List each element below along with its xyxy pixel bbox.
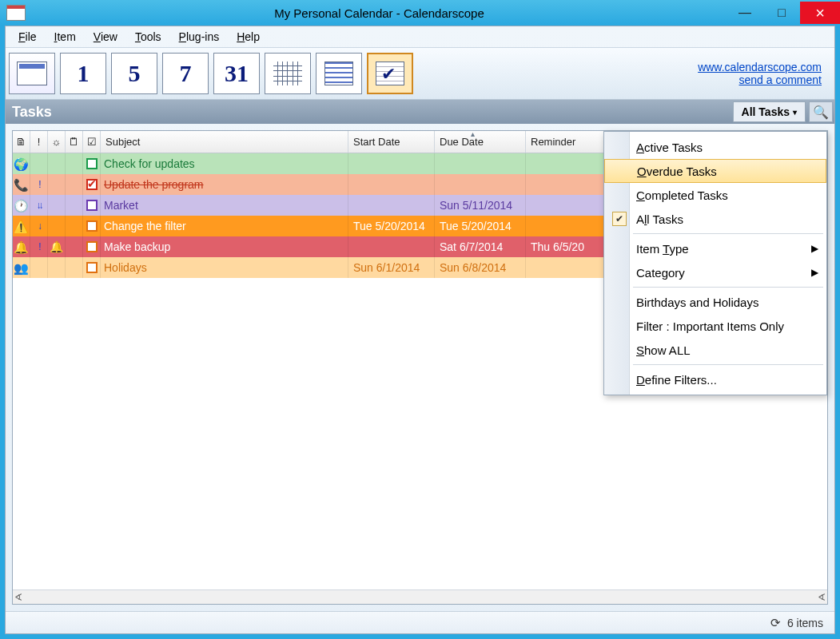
filter-show-all[interactable]: Show ALL [604, 338, 826, 362]
row-note-icon [66, 174, 83, 195]
filter-define[interactable]: Define Filters... [604, 367, 826, 391]
app-icon [6, 5, 26, 21]
row-alarm-icon [48, 195, 66, 216]
toolbar-tasks-button[interactable] [367, 53, 413, 94]
tasks-header: Tasks All Tasks▾ 🔍 [6, 100, 834, 124]
row-note-icon [66, 195, 83, 216]
toolbar-agenda-button[interactable] [316, 53, 362, 94]
row-priority-icon: ↓ [30, 216, 48, 236]
row-due-date [435, 174, 526, 195]
row-start-date: Sun 6/1/2014 [348, 257, 435, 278]
client-area: File Item View Tools Plug-ins Help 1 5 7… [5, 26, 835, 634]
filter-item-type[interactable]: Item Type▶ [604, 236, 826, 260]
row-start-date [348, 195, 435, 216]
filter-active-tasks[interactable]: Active Tasks [604, 135, 826, 159]
filter-completed-tasks[interactable]: Completed Tasks [604, 183, 826, 207]
col-due[interactable]: Due Date [435, 131, 526, 153]
menu-item[interactable]: Item [46, 29, 84, 45]
row-subject: Change the filter [101, 216, 348, 236]
minimize-button[interactable]: — [727, 2, 763, 24]
menu-view[interactable]: View [86, 29, 125, 45]
toolbar-year-button[interactable] [265, 53, 311, 94]
row-due-date: Sun 6/8/2014 [435, 257, 526, 278]
toolbar: 1 5 7 31 www.calendarscope.com send a co… [6, 47, 834, 100]
row-note-icon [66, 236, 83, 257]
refresh-icon[interactable]: ⟳ [770, 616, 781, 630]
toolbar-day-button[interactable]: 1 [60, 53, 106, 94]
status-count: 6 items [787, 617, 823, 629]
link-website[interactable]: www.calendarscope.com [698, 61, 822, 73]
find-button[interactable]: 🔍 [809, 101, 833, 122]
menu-help[interactable]: Help [229, 29, 268, 45]
row-start-date [348, 174, 435, 195]
row-due-date: Sat 6/7/2014 [435, 236, 526, 257]
row-priority-icon: ↓↓ [30, 195, 48, 216]
row-subject: Check for updates [101, 153, 348, 174]
row-alarm-icon [48, 216, 66, 236]
row-type-icon: ⚠️ [13, 216, 30, 236]
col-note[interactable]: 🗒 [66, 131, 83, 153]
menubar: File Item View Tools Plug-ins Help [6, 26, 834, 47]
app-window: My Personal Calendar - Calendarscope — □… [0, 0, 840, 639]
link-comment[interactable]: send a comment [698, 73, 822, 86]
tasks-grid: 🗎 ! ☼ 🗒 ☑ Subject Start Date Due Date Re… [12, 130, 828, 605]
status-bar: ⟳ 6 items [6, 611, 834, 633]
filter-dropdown-menu: Active Tasks Overdue Tasks Completed Tas… [603, 131, 827, 395]
toolbar-month-button[interactable]: 31 [213, 53, 260, 94]
toolbar-links: www.calendarscope.com send a comment [698, 61, 831, 86]
filter-important[interactable]: Filter : Important Items Only [604, 314, 826, 338]
maximize-button[interactable]: □ [763, 2, 800, 24]
filter-category[interactable]: Category▶ [604, 260, 826, 284]
filter-dropdown-button[interactable]: All Tasks▾ [733, 101, 806, 122]
row-type-icon: 👥 [13, 257, 30, 278]
row-checkbox[interactable] [83, 153, 101, 174]
row-type-icon: 📞 [13, 174, 30, 195]
row-checkbox[interactable] [83, 174, 101, 195]
menu-plugins[interactable]: Plug-ins [171, 29, 228, 45]
row-priority-icon [30, 153, 48, 174]
row-alarm-icon [48, 174, 66, 195]
row-priority-icon: ! [30, 236, 48, 257]
col-priority[interactable]: ! [30, 131, 48, 153]
row-alarm-icon [48, 153, 66, 174]
row-alarm-icon [48, 257, 66, 278]
row-subject: Make backup [101, 236, 348, 257]
row-type-icon: 🌍 [13, 153, 30, 174]
menu-tools[interactable]: Tools [127, 29, 169, 45]
row-checkbox[interactable] [83, 195, 101, 216]
row-start-date: Tue 5/20/2014 [348, 216, 435, 236]
menu-file[interactable]: File [10, 29, 45, 45]
row-subject: Update the program [101, 174, 348, 195]
row-subject: Market [101, 195, 348, 216]
row-type-icon: 🕐 [13, 195, 30, 216]
filter-all-tasks[interactable]: ✔All Tasks [604, 207, 826, 231]
col-start[interactable]: Start Date [348, 131, 435, 153]
toolbar-workweek-button[interactable]: 5 [111, 53, 157, 94]
filter-birthdays[interactable]: Birthdays and Holidays [604, 290, 826, 314]
tasks-title: Tasks [12, 104, 52, 121]
row-note-icon [66, 257, 83, 278]
col-check[interactable]: ☑ [83, 131, 101, 153]
row-checkbox[interactable] [83, 257, 101, 278]
row-due-date: Sun 5/11/2014 [435, 195, 526, 216]
col-alarm[interactable]: ☼ [48, 131, 66, 153]
toolbar-week-button[interactable]: 7 [162, 53, 209, 94]
filter-overdue-tasks[interactable]: Overdue Tasks [604, 159, 826, 183]
titlebar: My Personal Calendar - Calendarscope — □… [0, 0, 840, 26]
row-due-date [435, 153, 526, 174]
col-subject[interactable]: Subject [101, 131, 348, 153]
row-priority-icon [30, 257, 48, 278]
window-title: My Personal Calendar - Calendarscope [32, 6, 727, 20]
row-priority-icon: ! [30, 174, 48, 195]
close-button[interactable]: × [800, 2, 840, 24]
row-checkbox[interactable] [83, 216, 101, 236]
col-icon[interactable]: 🗎 [13, 131, 30, 153]
row-type-icon: 🔔 [13, 236, 30, 257]
row-alarm-icon: 🔔 [48, 236, 66, 257]
row-subject: Holidays [101, 257, 348, 278]
toolbar-today-button[interactable] [9, 53, 55, 94]
horizontal-scrollbar[interactable]: ∢∢ [13, 589, 827, 604]
row-checkbox[interactable] [83, 236, 101, 257]
row-start-date [348, 153, 435, 174]
binoculars-icon: 🔍 [813, 105, 829, 120]
